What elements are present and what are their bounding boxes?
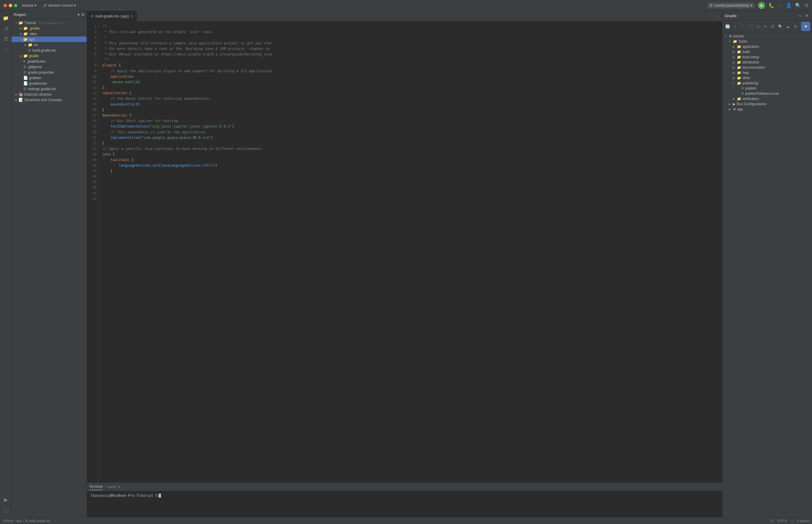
gradle-arrow-publishing: ▾ — [733, 82, 737, 85]
cloud-button[interactable]: ☁ — [784, 23, 792, 30]
tree-label-app: app — [29, 37, 35, 42]
line-ending-indicator[interactable]: LF — [770, 519, 774, 523]
traffic-lights — [3, 4, 17, 7]
gradle-arrow-tasks: ▾ — [729, 40, 733, 43]
gitignore-icon: ⊘ — [23, 65, 27, 69]
tree-item-idea[interactable]: ▶ 📁 .idea — [12, 31, 87, 36]
tree-item-gradle-hidden[interactable]: ▶ 📁 .gradle — [12, 26, 87, 31]
debug-icon[interactable]: 🐛 — [768, 3, 774, 8]
terminal-tab[interactable]: Terminal — [89, 484, 102, 490]
gradle-label-other: other — [743, 76, 750, 80]
gradle-item-tutorial[interactable]: ▾ ⚙ tutorial — [722, 34, 812, 39]
gradle-arrow-tutorial: ▾ — [725, 35, 729, 38]
execute-button[interactable]: ⬛ — [747, 23, 754, 30]
tree-item-gradlew-bat[interactable]: ▶ 📄 gradlew.bat — [12, 81, 87, 86]
tree-item-gradle-props[interactable]: ▶ ⚙ gradle.properties — [12, 69, 87, 75]
version-control-selector[interactable]: ⎇ Version control ▾ — [42, 3, 76, 7]
gradle-item-other[interactable]: ▶ 📁 other — [722, 75, 812, 81]
breadcrumb-app[interactable]: app — [16, 519, 21, 523]
gradle-panel: Gradle — ✕ 🔄 ＋ － ⬛ ↗ ✕ ☰ 🔍 ☁ ⚙ ✦ ▾ ⚙ tut… — [722, 11, 812, 517]
indent-indicator[interactable]: 4 spaces — [797, 519, 810, 523]
tree-label-gradle-hidden: .gradle — [29, 27, 40, 30]
folder-icon[interactable]: 📁 — [1, 13, 11, 22]
find-button[interactable]: 🔍 — [777, 23, 784, 30]
code-editor[interactable]: /* * This file was generated by the Grad… — [99, 21, 722, 482]
tree-item-external-libs[interactable]: ▶ 📚 External Libraries — [12, 92, 87, 97]
tree-item-src[interactable]: ▶ 📁 src — [12, 42, 87, 48]
profile-icon[interactable]: 👤 — [786, 3, 792, 8]
status-breadcrumb: Tutorial › app › ⚙ build.gradle.kts — [2, 519, 768, 523]
tree-label-external-libs: External Libraries — [25, 93, 51, 97]
gradle-item-build[interactable]: ▶ 📁 build — [722, 49, 812, 54]
folder-icon-idea: 📁 — [23, 32, 28, 36]
tree-item-tutorial[interactable]: ▾ 📂 Tutorial ~/Documents/Tuto — [12, 20, 87, 26]
close-panel-icon[interactable]: ✕ — [804, 13, 810, 19]
gradle-item-documentation[interactable]: ▶ 📁 documentation — [722, 65, 812, 70]
gradle-item-publishToMavenLocal[interactable]: ▶ ⚙ publishToMavenLocal — [722, 91, 812, 96]
minimize-panel-icon[interactable]: — — [797, 13, 803, 19]
refresh-button[interactable]: 🔄 — [724, 23, 731, 30]
more-options-icon[interactable]: ⋯ — [778, 3, 782, 8]
breadcrumb-file-icon: ⚙ — [25, 519, 28, 523]
tree-item-gitattributes[interactable]: ▶ ≡ .gitattributes — [12, 59, 87, 64]
collapse-button[interactable]: ✕ — [762, 23, 769, 30]
tree-item-gradle-dir[interactable]: ▶ 📁 gradle — [12, 53, 87, 59]
gradle-item-publishing[interactable]: ▾ 📁 publishing — [722, 81, 812, 86]
tab-close-button[interactable]: ✕ — [130, 14, 133, 18]
project-selector[interactable]: tutorial ▾ — [22, 3, 36, 7]
gradle-item-tasks[interactable]: ▾ 📁 Tasks — [722, 39, 812, 44]
settings-button[interactable]: ⚙ — [792, 23, 799, 30]
subtract-button[interactable]: － — [739, 23, 746, 30]
gradle-arrow-distribution: ▶ — [733, 61, 737, 64]
tab-menu-button[interactable]: ⋯ — [714, 14, 722, 18]
publishing-folder-icon: 📁 — [737, 81, 741, 85]
expand-button[interactable]: ↗ — [754, 23, 761, 30]
tree-item-gitignore[interactable]: ▶ ⊘ .gitignore — [12, 64, 87, 69]
minimize-button[interactable] — [9, 4, 12, 7]
tree-item-app[interactable]: ▾ 📂 app — [12, 36, 87, 42]
add-button[interactable]: ＋ — [732, 23, 738, 30]
gradle-item-app[interactable]: ▶ ⚙ app — [722, 107, 812, 112]
settings-icon[interactable]: ⚙ — [805, 3, 809, 8]
run-config-selector[interactable]: ⚙ tutorial [assembleDist] ▾ — [707, 3, 754, 9]
gradle-item-application[interactable]: ▶ 📁 application — [722, 44, 812, 49]
gradle-item-publish[interactable]: ▶ ⚙ publish — [722, 86, 812, 91]
expand-tree-button[interactable]: ☰ — [769, 23, 776, 30]
tree-item-gradlew[interactable]: ▶ 📄 gradlew — [12, 75, 87, 81]
structure-icon[interactable]: ☰ — [1, 34, 11, 44]
build-folder-icon: 📁 — [737, 50, 741, 54]
tree-item-scratches[interactable]: ▶ 📝 Scratches and Consoles — [12, 97, 87, 103]
local-tab[interactable]: Local ✕ — [107, 484, 120, 490]
run-button[interactable] — [758, 2, 765, 9]
ai-button[interactable]: ✦ — [801, 22, 810, 31]
tree-item-settings-gradle[interactable]: ▶ ⚙ settings.gradle.kts — [12, 86, 87, 92]
terminal-content[interactable]: lkassovic@MacBook-Pro Tutorial % — [87, 491, 722, 517]
tree-label-tutorial: Tutorial — [25, 21, 36, 25]
maximize-button[interactable] — [14, 4, 17, 7]
tree-arrow-external-libs: ▶ — [14, 93, 19, 96]
gradle-item-distribution[interactable]: ▶ 📁 distribution — [722, 60, 812, 65]
gradle-item-build-setup[interactable]: ▶ 📁 build setup — [722, 54, 812, 60]
search-icon[interactable]: 🔍 — [795, 3, 801, 8]
encoding-indicator[interactable]: UTF-8 — [778, 519, 787, 523]
close-button[interactable] — [3, 4, 7, 7]
run-icon[interactable]: ▶ — [1, 495, 11, 504]
project-settings-icon[interactable]: ⚙ — [81, 13, 84, 17]
tab-label: build.gradle.kts (:app) — [95, 14, 129, 18]
breadcrumb-file[interactable]: build.gradle.kts — [29, 519, 50, 523]
title-bar: tutorial ▾ ⎇ Version control ▾ ⚙ tutoria… — [0, 0, 812, 11]
editor-tab-build-gradle[interactable]: ⚙ build.gradle.kts (:app) ✕ — [87, 11, 137, 21]
breadcrumb-tutorial[interactable]: Tutorial — [2, 519, 13, 523]
vcs-icon[interactable]: ⎇ — [1, 24, 11, 33]
gradle-item-verification[interactable]: ▶ 📁 verification — [722, 96, 812, 101]
more-icon[interactable]: ⋯ — [1, 45, 11, 54]
tree-label-gradlew: gradlew — [29, 76, 41, 80]
local-tab-close[interactable]: ✕ — [117, 485, 120, 489]
gradle-item-help[interactable]: ▶ 📁 help — [722, 70, 812, 75]
gradle-header: Gradle — ✕ — [722, 11, 812, 20]
gradle-arrow-documentation: ▶ — [733, 66, 737, 69]
terminal-icon[interactable]: ⬛ — [1, 505, 11, 515]
gradle-item-run-configs[interactable]: ▶ ▶ Run Configurations — [722, 101, 812, 107]
terminal-prompt-text: lkassovic@MacBook-Pro Tutorial % — [91, 494, 158, 497]
tree-item-build-gradle[interactable]: ▶ ⚙ build.gradle.kts — [12, 48, 87, 53]
